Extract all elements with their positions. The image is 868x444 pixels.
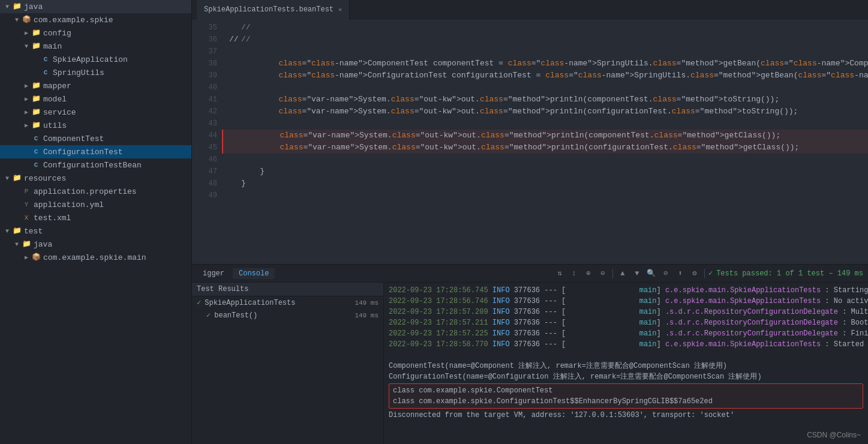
tree-arrow-com-example-spkie-main[interactable]: ▶ xyxy=(22,254,31,261)
sidebar-item-config[interactable]: ▶📁config xyxy=(0,26,191,40)
sidebar-item-test[interactable]: ▼📁test xyxy=(0,224,191,238)
log-line: 2022-09-23 17:28:57.211 INFO 377636 --- … xyxy=(389,317,863,328)
tree-icon-properties: P xyxy=(22,187,31,196)
log-date: 2022-09-23 17:28:56.745 xyxy=(389,286,488,295)
code-text-38: class="class-name">ComponentTest compone… xyxy=(241,58,868,70)
tree-icon-package: 📦 xyxy=(22,15,31,25)
line-number-49: 49 xyxy=(197,190,217,202)
code-content[interactable]: ////// class="class-name">ComponentTest … xyxy=(222,19,868,264)
tree-arrow-model[interactable]: ▶ xyxy=(22,95,31,103)
code-line-40 xyxy=(222,82,868,94)
separator xyxy=(612,269,613,278)
sidebar-item-java2[interactable]: ▼📁java xyxy=(0,238,191,251)
tree-label-main: main xyxy=(43,42,62,51)
tree-icon-folder: 📁 xyxy=(31,94,41,104)
tree-arrow-java[interactable]: ▼ xyxy=(2,4,12,10)
tree-label-com-example-spkie: com.example.spkie xyxy=(34,16,113,25)
line-number-42: 42 xyxy=(197,106,217,118)
tree-arrow-main[interactable]: ▼ xyxy=(22,43,31,50)
tree-arrow-service[interactable]: ▶ xyxy=(22,109,31,116)
tree-label-model: model xyxy=(43,95,67,104)
toolbar-export-btn[interactable]: ⬆ xyxy=(674,268,686,280)
tree-arrow-com-example-spkie[interactable]: ▼ xyxy=(12,17,22,23)
toolbar-search-btn[interactable]: 🔍 xyxy=(645,268,657,280)
sidebar-item-main[interactable]: ▼📁main xyxy=(0,40,191,53)
log-output-line: ComponentTest(name=@Component 注解注入, rema… xyxy=(389,361,863,371)
code-text-45: class="var-name">System.class="out-kw">o… xyxy=(242,142,799,154)
test-item-SpkieApplicationTests[interactable]: ✓SpkieApplicationTests149 ms xyxy=(192,296,383,309)
tree-icon-java-class: C xyxy=(31,147,41,157)
line-number-44: 44 xyxy=(197,130,217,142)
sidebar-item-com-example-spkie-main[interactable]: ▶📦com.example.spkie.main xyxy=(0,251,191,264)
sidebar-item-SpkieApplication[interactable]: CSpkieApplication xyxy=(0,53,191,66)
code-line-42: class="var-name">System.class="out-kw">o… xyxy=(222,106,868,118)
sidebar-item-ConfigurationTest[interactable]: CConfigurationTest xyxy=(0,145,191,158)
toolbar-settings-btn[interactable]: ⚙ xyxy=(689,268,701,280)
editor-tabs: SpkieApplicationTests.beanTest ✕ xyxy=(192,0,868,19)
line-number-41: 41 xyxy=(197,94,217,106)
log-date: 2022-09-23 17:28:56.746 xyxy=(389,297,488,305)
tree-arrow-config[interactable]: ▶ xyxy=(22,29,31,37)
tree-arrow-mapper[interactable]: ▶ xyxy=(22,82,31,89)
line-number-47: 47 xyxy=(197,166,217,178)
test-results-panel: Test Results ✓SpkieApplicationTests149 m… xyxy=(192,283,384,444)
sidebar-item-ComponentTest[interactable]: CComponentTest xyxy=(0,132,191,145)
breakpoint-36[interactable]: // xyxy=(229,34,241,46)
sidebar-item-ConfigurationTestBean[interactable]: CConfigurationTestBean xyxy=(0,158,191,172)
test-item-beanTest--[interactable]: ✓beanTest()149 ms xyxy=(192,309,383,322)
toolbar-filter-btn[interactable]: ⊘ xyxy=(660,268,672,280)
tree-label-SpringUtils: SpringUtils xyxy=(53,68,104,77)
console-area[interactable]: 2022-09-23 17:28:56.745 INFO 377636 --- … xyxy=(384,283,868,444)
line-number-48: 48 xyxy=(197,178,217,190)
sidebar-item-application-yml[interactable]: Yapplication.yml xyxy=(0,198,191,211)
code-line-47: } xyxy=(222,166,868,178)
log-output-line: ConfigurationTest(name=@Configuration 注解… xyxy=(389,371,863,382)
editor-tab[interactable]: SpkieApplicationTests.beanTest ✕ xyxy=(197,0,350,19)
tree-label-application-properties: application.properties xyxy=(34,187,137,196)
sidebar-item-model[interactable]: ▶📁model xyxy=(0,92,191,106)
line-numbers: 353637383940414243444546474849 xyxy=(192,19,222,264)
tree-label-ConfigurationTestBean: ConfigurationTestBean xyxy=(43,161,142,170)
toolbar-up-btn[interactable]: ▲ xyxy=(617,268,629,280)
watermark: CSDN @Colins~ xyxy=(807,431,861,439)
log-date: 2022-09-23 17:28:57.211 xyxy=(389,319,488,327)
tree-arrow-java2[interactable]: ▼ xyxy=(12,241,22,248)
sidebar-item-application-properties[interactable]: Papplication.properties xyxy=(0,185,191,198)
toolbar-sort2-btn[interactable]: ↕ xyxy=(568,268,580,280)
sidebar-item-com-example-spkie[interactable]: ▼📦com.example.spkie xyxy=(0,13,191,26)
toolbar-down-btn[interactable]: ▼ xyxy=(631,268,643,280)
test-check-icon: ✓ xyxy=(197,298,201,307)
tree-icon-folder: 📁 xyxy=(22,239,31,249)
line-number-36: 36 xyxy=(197,34,217,46)
code-text-42: class="var-name">System.class="out-kw">o… xyxy=(241,106,798,118)
tab-close-icon[interactable]: ✕ xyxy=(338,6,342,13)
toolbar-collapse-btn[interactable]: ⊖ xyxy=(597,268,609,280)
sidebar-item-utils[interactable]: ▶📁utils xyxy=(0,119,191,132)
tree-arrow-resources[interactable]: ▼ xyxy=(2,175,12,182)
tree-label-SpkieApplication: SpkieApplication xyxy=(53,55,128,64)
toolbar-sort-btn[interactable]: ⇅ xyxy=(554,268,566,280)
sidebar-item-SpringUtils[interactable]: CSpringUtils xyxy=(0,66,191,79)
console-bottom-line: Disconnected from the target VM, address… xyxy=(389,410,863,421)
code-text-35: // xyxy=(241,22,251,34)
tab-igger[interactable]: igger xyxy=(197,268,230,279)
sidebar-item-java[interactable]: ▼📁java xyxy=(0,0,191,13)
log-date: 2022-09-23 17:28:57.225 xyxy=(389,329,488,338)
log-line: 2022-09-23 17:28:57.225 INFO 377636 --- … xyxy=(389,328,863,339)
tree-arrow-utils[interactable]: ▶ xyxy=(22,122,31,129)
sidebar-item-resources[interactable]: ▼📁resources xyxy=(0,172,191,185)
code-line-44: class="var-name">System.class="out-kw">o… xyxy=(222,130,868,142)
highlighted-line: class com.example.spkie.ComponentTest xyxy=(393,385,859,396)
sidebar-item-service[interactable]: ▶📁service xyxy=(0,106,191,119)
test-items: ✓SpkieApplicationTests149 ms✓beanTest()1… xyxy=(192,296,383,322)
code-editor: 353637383940414243444546474849 ////// cl… xyxy=(192,19,868,264)
tree-label-com-example-spkie-main: com.example.spkie.main xyxy=(43,253,146,262)
tree-icon-folder: 📁 xyxy=(31,41,41,51)
tree-arrow-test[interactable]: ▼ xyxy=(2,228,12,235)
tab-console[interactable]: Console xyxy=(233,268,275,279)
code-text-41: class="var-name">System.class="out-kw">o… xyxy=(241,94,779,106)
sidebar-item-mapper[interactable]: ▶📁mapper xyxy=(0,79,191,92)
sidebar-item-test-xml[interactable]: Xtest.xml xyxy=(0,211,191,224)
code-text-36: // xyxy=(241,34,251,46)
toolbar-expand-btn[interactable]: ⊕ xyxy=(582,268,594,280)
